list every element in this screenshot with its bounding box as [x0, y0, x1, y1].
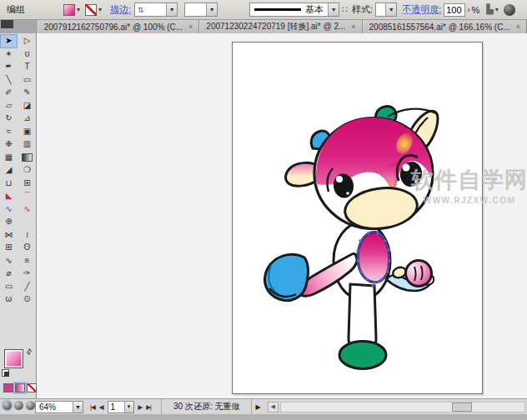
twirl-tool[interactable]: ʘ — [19, 242, 35, 254]
blend-tool[interactable]: ❍ — [19, 164, 35, 177]
normal-screen-mode-button[interactable] — [3, 401, 12, 410]
paintbrush-tool[interactable]: ✐ — [1, 87, 17, 99]
stroke-dropdown-icon[interactable]: ▾ — [97, 6, 103, 13]
gradient-tool[interactable] — [22, 153, 33, 162]
full-screen-mode-button[interactable] — [26, 401, 35, 410]
eraser-tool[interactable]: ◪ — [19, 100, 35, 112]
chevron-down-icon[interactable]: ▼ — [385, 3, 396, 16]
direct-selection-tool[interactable]: ▷ — [19, 35, 35, 48]
blank-slot[interactable] — [19, 216, 35, 228]
wave-tool[interactable]: ∿ — [19, 203, 35, 216]
lasso-tool[interactable]: ʊ — [19, 48, 35, 61]
zoom-level-value: 64% — [39, 402, 56, 412]
warp-tool[interactable]: ≈ — [1, 126, 17, 138]
column-graph-tool[interactable]: ▥ — [19, 138, 35, 151]
magic-wand-tool[interactable]: ✶ — [1, 48, 17, 61]
mesh-tool[interactable]: ▦ — [1, 152, 17, 164]
arc-tool[interactable]: ⌒ — [19, 190, 35, 202]
head-group[interactable] — [286, 107, 438, 233]
fist[interactable] — [406, 261, 432, 287]
rectangle-tool[interactable]: ▭ — [19, 74, 35, 87]
blue-hoof[interactable] — [264, 254, 308, 300]
scribble-tool[interactable]: ∿ — [1, 255, 17, 268]
opacity-input[interactable] — [444, 3, 465, 17]
paragraph-tool[interactable]: ≡ — [19, 255, 35, 268]
pencil-tool[interactable]: ✎ — [19, 87, 35, 99]
scroll-left-arrow-icon[interactable]: ◀ — [268, 402, 279, 412]
chevron-down-icon[interactable]: ▼ — [73, 402, 83, 412]
chevron-down-icon[interactable]: ▼ — [206, 3, 217, 16]
page-tool[interactable]: ⊕ — [1, 216, 17, 228]
first-page-button[interactable]: |◀ — [90, 403, 95, 411]
green-hoof[interactable] — [339, 342, 386, 369]
fill-color-swatch[interactable] — [63, 4, 75, 16]
style-combo[interactable]: ▼ — [375, 2, 397, 17]
slice-tool[interactable]: ╱ — [19, 281, 35, 293]
artboard[interactable] — [232, 42, 483, 394]
chevron-down-icon[interactable]: ▼ — [124, 402, 133, 412]
calf-mascot-artwork[interactable] — [233, 42, 484, 395]
width-profile-combo[interactable]: 基本 ▼ — [249, 2, 339, 17]
chevron-down-icon[interactable]: ▼ — [328, 3, 339, 16]
pen-tool[interactable]: ✒ — [1, 61, 17, 73]
live-paint-bucket-tool[interactable]: ⊔ — [1, 178, 17, 190]
pasteboard[interactable]: 软件自学网 WWW.RJZXW.COM — [37, 33, 527, 398]
stroke-weight-combo[interactable]: ⇅ ▼ — [134, 2, 178, 17]
symbol-sprayer-tool[interactable]: ❉ — [1, 138, 17, 151]
horizontal-scrollbar[interactable] — [280, 402, 525, 412]
next-page-button[interactable]: ▶ — [138, 403, 143, 411]
opacity-spinner-icon[interactable]: › — [467, 5, 469, 14]
gradient-button[interactable] — [15, 383, 25, 392]
measure-tool[interactable]: ⌀ — [1, 268, 17, 280]
live-paint-selection-tool[interactable]: ⊞ — [19, 178, 35, 190]
chevron-down-icon[interactable]: ▾ — [494, 6, 500, 13]
document-tab[interactable]: 20071230224720719 [转换].ai* @ 2... × — [199, 20, 362, 33]
type-tool[interactable]: T — [19, 61, 35, 73]
eyedropper-tool[interactable]: ◢ — [1, 164, 17, 177]
zoom-tool[interactable]: ⊙ — [19, 293, 35, 306]
rotate-tool[interactable]: ↻ — [1, 112, 17, 125]
artboard-tool[interactable]: ▭ — [1, 281, 17, 293]
zigzag-tool[interactable]: ∿ — [1, 203, 17, 216]
stroke-color-swatch[interactable] — [85, 4, 97, 16]
line-segment-tool[interactable]: ╲ — [1, 74, 17, 87]
selection-tool[interactable]: ➤ — [1, 35, 17, 48]
fill-dropdown-icon[interactable]: ▾ — [75, 6, 82, 13]
close-icon[interactable]: × — [188, 22, 193, 31]
perspective-grid-tool[interactable]: ⊞ — [1, 242, 17, 254]
close-icon[interactable]: × — [351, 22, 355, 31]
status-flyout-arrow-icon[interactable]: ▶ — [255, 403, 260, 411]
document-tab[interactable]: 20085161557564.ai* @ 166.16% (C... × — [363, 20, 527, 33]
brush-combo[interactable]: ▼ — [184, 2, 218, 17]
opacity-link[interactable]: 不透明度: — [402, 3, 441, 16]
zoom-level-combo[interactable]: 64% ▼ — [35, 401, 83, 413]
envelope-tool[interactable]: ⋈ — [1, 229, 17, 242]
free-transform-tool[interactable]: ▣ — [19, 126, 35, 138]
none-button[interactable] — [27, 383, 37, 392]
graph-tools-icon[interactable]: ▙ — [486, 4, 493, 15]
scale-tool[interactable]: ⊿ — [19, 112, 35, 125]
document-tab[interactable]: 2007912162750796.ai* @ 100% (C... × — [38, 20, 200, 33]
swap-fill-stroke-icon[interactable]: ⇄ — [24, 347, 34, 357]
default-fill-stroke-icon[interactable] — [2, 369, 9, 377]
knife-tool[interactable]: ◣ — [1, 190, 17, 202]
full-screen-menu-mode-button[interactable] — [14, 401, 23, 410]
horizontal-scrollbar-thumb[interactable] — [452, 402, 472, 412]
page-number-combo[interactable]: ▼ — [108, 401, 134, 413]
blob-brush-tool[interactable]: ▱ — [1, 100, 17, 112]
stroke-link[interactable]: 描边: — [110, 3, 131, 16]
page-number-input[interactable] — [108, 402, 123, 412]
ink-eyedropper-tool[interactable]: ✑ — [19, 268, 35, 280]
fill-proxy[interactable] — [4, 349, 23, 368]
previous-page-button[interactable]: ◀ — [99, 403, 103, 411]
recolor-artwork-icon[interactable]: ∷ — [342, 4, 348, 15]
stroke-weight-spinner-icon[interactable]: ⇅ — [135, 6, 147, 14]
chevron-down-icon[interactable]: ▼ — [166, 3, 177, 16]
close-icon[interactable]: × — [516, 22, 520, 31]
flag-warp-tool[interactable]: ≀ — [19, 229, 35, 242]
last-page-button[interactable]: ▶| — [146, 403, 151, 411]
none-slash-icon — [85, 4, 97, 16]
hand-tool[interactable]: ω — [1, 293, 17, 306]
color-button[interactable] — [3, 383, 13, 392]
app-sphere-icon[interactable] — [504, 4, 515, 16]
